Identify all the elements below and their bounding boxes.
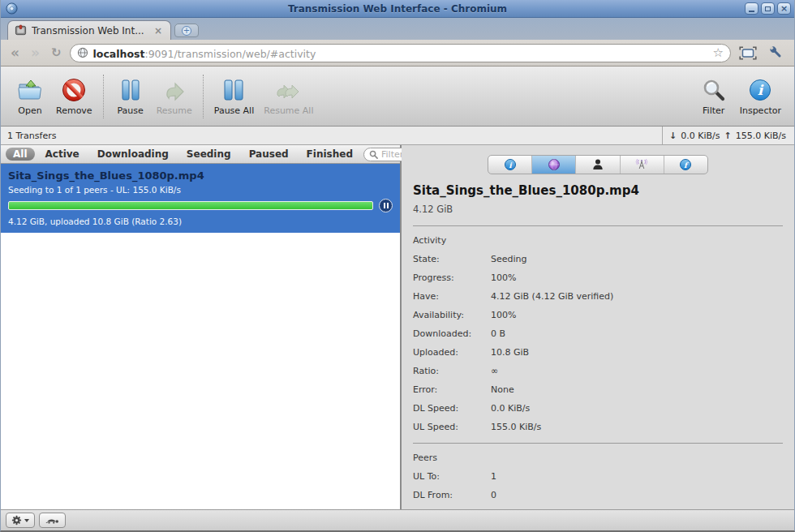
pause-glyph-icon (387, 203, 389, 208)
resume-all-icon (274, 76, 303, 104)
resume-all-button[interactable]: Resume All (259, 75, 318, 118)
row-value: 10.8 GiB (491, 347, 783, 358)
filter-tab-seeding[interactable]: Seeding (179, 148, 238, 161)
row-label: Downloaded: (413, 328, 491, 339)
row-label: DL Speed: (413, 403, 491, 414)
detail-row-availability: Availability:100% (413, 310, 783, 320)
pause-all-icon (221, 76, 247, 104)
row-pause-button[interactable] (379, 199, 393, 212)
url-text: localhost:9091/transmission/web/#activit… (93, 45, 316, 61)
filter-tab-all[interactable]: All (6, 148, 35, 161)
gear-icon (11, 515, 22, 526)
settings-gear-button[interactable] (6, 513, 35, 528)
torrent-name: Sita_Sings_the_Blues_1080p.mp4 (8, 169, 393, 182)
back-button[interactable]: « (7, 46, 23, 60)
new-tab-button[interactable]: + (174, 24, 199, 37)
torrent-status-line: Seeding to 1 of 1 peers - UL: 155.0 KiB/… (8, 185, 393, 195)
bookmark-star-icon[interactable]: ☆ (713, 45, 724, 60)
speed-summary: ↓ 0.0 KiB/s ↑ 155.0 KiB/s (662, 127, 794, 144)
row-label: Availability: (413, 310, 491, 320)
browser-tab[interactable]: Transmission Web Int... × (7, 20, 171, 40)
torrent-list: Sita_Sings_the_Blues_1080p.mp4 Seeding t… (1, 164, 400, 509)
transmission-toolbar: Open Remove (1, 66, 794, 127)
pause-all-button[interactable]: Pause All (209, 75, 259, 118)
page-action-button[interactable] (736, 46, 760, 60)
torrent-progress-row (8, 199, 393, 212)
remove-label: Remove (56, 105, 92, 116)
settings-wrench-button[interactable] (765, 45, 788, 61)
detail-row-dl-from: DL From:0 (413, 490, 783, 500)
filter-tab-paused[interactable]: Paused (242, 148, 296, 161)
minimize-icon (749, 11, 754, 12)
filter-tab-active[interactable]: Active (38, 148, 87, 161)
resume-all-label: Resume All (264, 105, 313, 116)
close-button[interactable]: × (777, 2, 791, 15)
row-value: Seeding (491, 254, 783, 264)
filter-button[interactable]: Filter (693, 75, 735, 118)
inspector-button[interactable]: i Inspector (735, 75, 786, 118)
inspector-label: Inspector (740, 105, 781, 116)
row-value: 0 (491, 490, 783, 500)
tab-activity[interactable] (532, 156, 576, 174)
tab-info[interactable]: i (488, 156, 532, 174)
row-label: Ratio: (413, 366, 491, 376)
open-folder-icon (16, 76, 44, 104)
download-arrow-icon: ↓ (669, 131, 677, 141)
globe-icon (77, 47, 88, 58)
torrent-row[interactable]: Sita_Sings_the_Blues_1080p.mp4 Seeding t… (1, 164, 400, 233)
open-button[interactable]: Open (9, 75, 51, 118)
upload-arrow-icon: ↑ (724, 131, 732, 141)
resume-icon (161, 76, 187, 104)
url-bar[interactable]: localhost:9091/transmission/web/#activit… (70, 44, 731, 62)
window-title: Transmission Web Interface - Chromium (1, 3, 794, 15)
forward-button[interactable]: » (28, 46, 43, 60)
resume-button[interactable]: Resume (152, 75, 197, 118)
row-value: 1 (491, 471, 783, 482)
row-value: 100% (491, 272, 783, 283)
tab-close-icon[interactable]: × (153, 25, 164, 36)
url-path: :9091/transmission/web/#activity (144, 48, 316, 60)
speed-limit-turtle-button[interactable] (39, 513, 66, 528)
tracker-antenna-icon (635, 158, 648, 171)
maximize-button[interactable] (761, 2, 775, 15)
torrent-details-line: 4.12 GiB, uploaded 10.8 GiB (Ratio 2.63) (8, 217, 393, 226)
pause-button[interactable]: Pause (110, 75, 152, 118)
minimize-button[interactable] (745, 2, 758, 15)
tab-peers[interactable] (576, 156, 620, 174)
filter-tab-downloading[interactable]: Downloading (90, 148, 176, 161)
row-label: State: (413, 254, 491, 264)
filter-label: Filter (703, 105, 724, 116)
tab-tracker[interactable] (621, 156, 664, 174)
row-value: None (491, 384, 783, 395)
transmission-web-app: Open Remove (1, 66, 794, 530)
tab-title: Transmission Web Int... (32, 25, 148, 36)
transfer-count: 1 Transfers (1, 131, 56, 141)
divider (413, 443, 783, 444)
peer-person-icon (591, 158, 604, 171)
inspector-torrent-size: 4.12 GiB (413, 204, 783, 215)
maximize-icon (765, 6, 771, 11)
inspector-torrent-title: Sita_Sings_the_Blues_1080p.mp4 (413, 183, 783, 198)
filter-bar: All Active Downloading Seeding Paused Fi… (1, 145, 400, 164)
turtle-icon (45, 515, 60, 526)
open-label: Open (18, 105, 41, 116)
detail-row-ratio: Ratio:∞ (413, 366, 783, 376)
window-titlebar[interactable]: Transmission Web Interface - Chromium × (1, 0, 794, 18)
dropdown-caret-icon (24, 519, 29, 522)
filter-tab-finished[interactable]: Finished (299, 148, 360, 161)
files-icon: f (679, 158, 692, 171)
wrench-icon (768, 45, 784, 61)
tab-files[interactable]: f (664, 156, 707, 174)
detail-row-dl-speed: DL Speed:0.0 KiB/s (413, 403, 783, 414)
plus-icon: + (182, 26, 191, 36)
reload-button[interactable]: ↻ (48, 47, 65, 59)
torrent-list-panel: All Active Downloading Seeding Paused Fi… (1, 145, 402, 509)
divider (413, 225, 783, 226)
detail-row-ul-to: UL To:1 (413, 471, 783, 482)
browser-window: Transmission Web Interface - Chromium × … (0, 0, 795, 532)
detail-row-error: Error:None (413, 384, 783, 395)
pause-all-label: Pause All (214, 105, 254, 116)
download-speed: 0.0 KiB/s (681, 131, 720, 141)
remove-button[interactable]: Remove (51, 75, 97, 118)
resume-label: Resume (157, 105, 192, 116)
